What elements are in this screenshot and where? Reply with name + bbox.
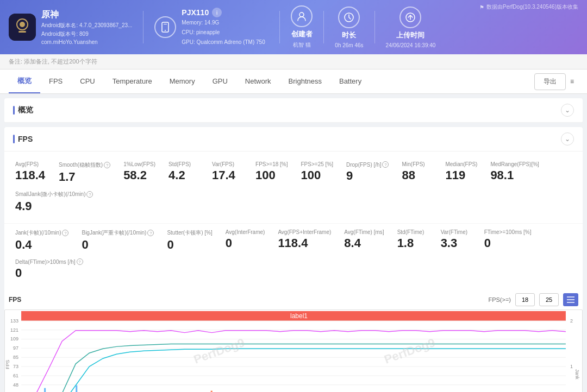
fps-stat-cell: 1%Low(FPS) 58.2 <box>117 158 162 187</box>
svg-text:1: 1 <box>570 364 573 369</box>
stat2-value: 0 <box>484 236 491 250</box>
fps-stat2-cell: Avg(FTime) [ms] 8.4 <box>338 226 390 255</box>
svg-text:121: 121 <box>10 327 18 333</box>
fps-stats-row1: Avg(FPS) 118.4 Smooth(稳帧指数) ? 1.7 1%Low(… <box>4 151 583 221</box>
note-placeholder: 备注: 添加备注, 不超过200个字符 <box>9 58 97 65</box>
tab-brightness[interactable]: Brightness <box>280 71 330 93</box>
chart-toolbar: FPS FPS(>=) <box>4 290 583 309</box>
fps-stat2-cell: Avg(InterFrame) 0 <box>219 226 272 255</box>
divider4 <box>374 11 375 43</box>
fps-stat-cell: Min(FPS) 88 <box>395 158 439 187</box>
fps-stat-cell: FPS>=25 [%] 100 <box>295 158 340 187</box>
fps-threshold1-input[interactable] <box>515 293 535 306</box>
upload-section: 上传时间 24/06/2024 16:39:40 <box>386 7 436 48</box>
app-package: com.miHoYo.Yuanshen <box>41 39 132 45</box>
help-icon[interactable]: ? <box>62 230 68 236</box>
divider1 <box>143 11 143 43</box>
help-icon[interactable]: ? <box>104 162 110 168</box>
stat-value: 98.1 <box>490 168 514 182</box>
stat-label: SmallJank(微小卡帧)(/10min) ? <box>15 191 93 198</box>
tab-overview[interactable]: 概览 <box>9 69 40 93</box>
device-section: PJX110 i Memory: 14.9G CPU: pineapple GP… <box>154 8 268 47</box>
svg-text:PerfDog9: PerfDog9 <box>192 336 247 366</box>
svg-text:Jank: Jank <box>574 369 580 380</box>
nav-tabs: 概览 FPS CPU Temperature Memory GPU Networ… <box>0 69 587 94</box>
svg-text:133: 133 <box>10 318 18 324</box>
help-icon[interactable]: ? <box>382 161 389 168</box>
stat-value: 17.4 <box>212 168 235 182</box>
top-right-note: ⚑ 数据由PerfDog(10.3.240546)版本收集 <box>479 3 578 11</box>
divider2 <box>279 11 280 43</box>
fps-stat-cell: Avg(FPS) 118.4 <box>9 158 52 187</box>
help-icon[interactable]: ? <box>86 191 93 198</box>
fps-stat-cell: Var(FPS) 17.4 <box>205 158 249 187</box>
stat2-value: 118.4 <box>278 236 308 250</box>
svg-text:label1: label1 <box>290 312 308 320</box>
fps-threshold2-input[interactable] <box>539 293 559 306</box>
app-info: 原神 Android版本名: 4.7.0_23093867_23... Andr… <box>9 9 132 45</box>
fps-expand-btn[interactable]: ⌄ <box>561 132 574 146</box>
fps-chart-container: label1 133 121 109 97 85 73 61 48 36 24 … <box>4 309 583 392</box>
fps-stat2-cell: Delta(FTime)>100ms [/h] ? 0 <box>9 255 90 283</box>
device-info-icon[interactable]: i <box>212 8 222 17</box>
overview-title: 概览 <box>13 105 33 115</box>
help-icon[interactable]: ? <box>77 258 83 265</box>
svg-text:2: 2 <box>570 318 573 324</box>
export-button[interactable]: 导出 <box>534 73 566 90</box>
overview-expand-btn[interactable]: ⌄ <box>561 104 574 117</box>
creator-icon <box>291 5 313 27</box>
fps-stat2-cell: Stutter(卡顿率) [%] 0 <box>160 226 218 255</box>
chart-controls: FPS(>=) <box>488 293 578 306</box>
stat2-value: 8.4 <box>344 236 361 250</box>
fps-section: FPS ⌄ Avg(FPS) 118.4 Smooth(稳帧指数) ? 1.7 … <box>4 127 583 392</box>
tab-memory[interactable]: Memory <box>161 71 204 93</box>
stat-label: Avg(FPS) <box>15 161 39 167</box>
chart-fps-label: FPS <box>9 296 21 304</box>
stat2-label: Avg(FTime) [ms] <box>344 229 384 235</box>
stat2-label: Std(FTime) <box>397 229 424 235</box>
stat-value: 88 <box>402 168 415 182</box>
stat-value: 100 <box>255 168 276 182</box>
overview-section: 概览 ⌄ <box>4 98 583 123</box>
svg-text:73: 73 <box>13 364 18 369</box>
stat2-label: Avg(FPS+InterFrame) <box>278 229 331 235</box>
fps-stat-cell: Median(FPS) 119 <box>439 158 484 187</box>
stat-label: Smooth(稳帧指数) ? <box>59 161 110 169</box>
tab-temperature[interactable]: Temperature <box>104 71 161 93</box>
tab-gpu[interactable]: GPU <box>204 71 236 93</box>
fps-stat2-cell: FTime>=100ms [%] 0 <box>478 226 538 255</box>
stat2-value: 0 <box>226 236 232 250</box>
stat2-label: Delta(FTime)>100ms [/h] ? <box>15 258 83 265</box>
stat2-label: Stutter(卡顿率) [%] <box>167 229 212 237</box>
svg-text:97: 97 <box>13 345 18 351</box>
help-icon[interactable]: ? <box>147 230 154 236</box>
stat-label: FPS>=18 [%] <box>255 161 288 167</box>
chart-type-button[interactable] <box>563 293 578 306</box>
more-button[interactable]: ≡ <box>566 74 578 88</box>
svg-rect-3 <box>18 31 26 33</box>
stat2-value: 0.4 <box>15 238 32 252</box>
stat-value: 9 <box>346 169 353 183</box>
tab-battery[interactable]: Battery <box>330 71 370 93</box>
stat-label: Min(FPS) <box>402 161 424 167</box>
header: ⚑ 数据由PerfDog(10.3.240546)版本收集 原神 Android… <box>0 0 587 54</box>
tab-network[interactable]: Network <box>236 71 280 93</box>
stat-label: Std(FPS) <box>168 161 191 167</box>
fps-stat-cell: MedRange(FPS)[%] 98.1 <box>484 158 545 187</box>
stat-label: Median(FPS) <box>445 161 477 167</box>
data-source-text: 数据由PerfDog(10.3.240546)版本收集 <box>486 3 578 11</box>
fps-stat2-cell: Var(FTime) 3.3 <box>434 226 478 255</box>
stat-value: 4.2 <box>168 168 185 182</box>
duration-section: 时长 0h 26m 46s <box>335 7 363 48</box>
device-name: PJX110 <box>182 8 209 17</box>
creator-label: 创建者 <box>291 29 313 39</box>
tab-cpu[interactable]: CPU <box>71 71 103 93</box>
stat2-label: Jank(卡帧)(/10min) ? <box>15 229 68 237</box>
upload-label: 上传时间 <box>396 30 424 40</box>
data-source-icon: ⚑ <box>479 4 484 10</box>
device-name-row: PJX110 i <box>182 8 222 17</box>
app-details: 原神 Android版本名: 4.7.0_23093867_23... Andr… <box>41 9 132 45</box>
svg-rect-41 <box>44 388 46 392</box>
tab-fps[interactable]: FPS <box>40 71 71 93</box>
note-bar: 备注: 添加备注, 不超过200个字符 <box>0 54 587 69</box>
